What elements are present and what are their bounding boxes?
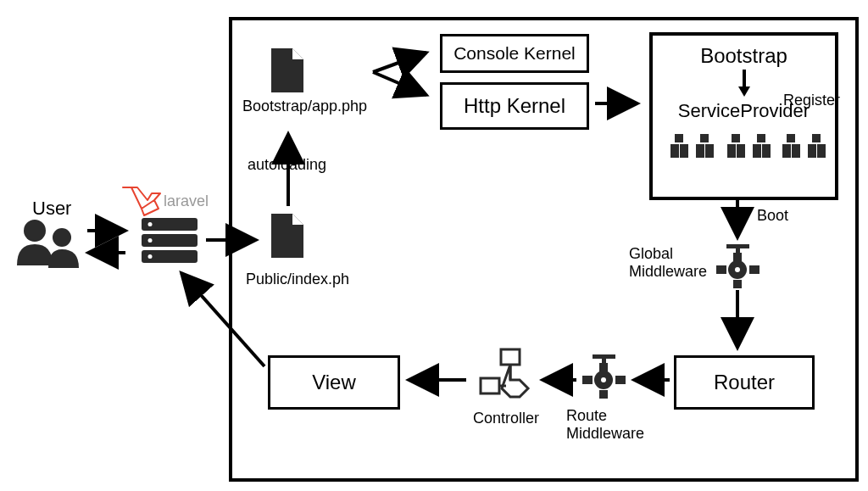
arrows-layer [0, 0, 868, 491]
svg-line-60 [181, 273, 264, 366]
svg-line-53 [373, 72, 426, 95]
svg-line-52 [373, 53, 426, 72]
